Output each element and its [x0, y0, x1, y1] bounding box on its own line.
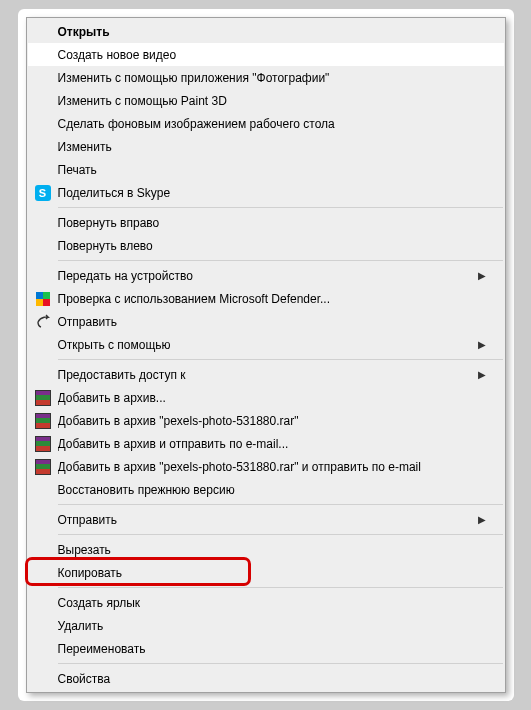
menu-item[interactable]: Повернуть вправо	[28, 211, 504, 234]
menu-item-label: Вырезать	[58, 543, 486, 557]
menu-item-label: Переименовать	[58, 642, 486, 656]
menu-separator	[58, 587, 503, 588]
menu-item-label: Отправить	[58, 315, 486, 329]
icon-slot-empty	[28, 43, 58, 66]
defender-shield-icon	[28, 287, 58, 310]
skype-icon: S	[28, 181, 58, 204]
icon-slot-empty	[28, 508, 58, 531]
menu-item-label: Проверка с использованием Microsoft Defe…	[58, 292, 486, 306]
menu-item-label: Предоставить доступ к	[58, 368, 478, 382]
chevron-right-icon: ▶	[478, 369, 486, 380]
menu-separator	[58, 207, 503, 208]
menu-separator	[58, 504, 503, 505]
icon-slot-empty	[28, 135, 58, 158]
menu-item-label: Свойства	[58, 672, 486, 686]
menu-item[interactable]: Вырезать	[28, 538, 504, 561]
menu-item-label: Добавить в архив...	[58, 391, 486, 405]
svg-rect-1	[43, 292, 50, 299]
menu-item-label: Копировать	[58, 566, 486, 580]
menu-item[interactable]: Свойства	[28, 667, 504, 690]
icon-slot-empty	[28, 211, 58, 234]
menu-item-label: Поделиться в Skype	[58, 186, 486, 200]
menu-item[interactable]: Отправить	[28, 310, 504, 333]
menu-item[interactable]: Восстановить прежнюю версию	[28, 478, 504, 501]
menu-item-label: Изменить с помощью приложения "Фотографи…	[58, 71, 486, 85]
icon-slot-empty	[28, 614, 58, 637]
winrar-icon	[28, 432, 58, 455]
menu-item[interactable]: Открыть	[28, 20, 504, 43]
chevron-right-icon: ▶	[478, 270, 486, 281]
icon-slot-empty	[28, 20, 58, 43]
icon-slot-empty	[28, 112, 58, 135]
svg-rect-0	[36, 292, 43, 299]
menu-item[interactable]: Изменить с помощью приложения "Фотографи…	[28, 66, 504, 89]
menu-item[interactable]: Создать ярлык	[28, 591, 504, 614]
menu-item[interactable]: Изменить	[28, 135, 504, 158]
icon-slot-empty	[28, 66, 58, 89]
menu-item-label: Печать	[58, 163, 486, 177]
icon-slot-empty	[28, 637, 58, 660]
context-menu: ОткрытьСоздать новое видеоИзменить с пом…	[26, 17, 506, 693]
icon-slot-empty	[28, 667, 58, 690]
icon-slot-empty	[28, 158, 58, 181]
menu-item[interactable]: Открыть с помощью▶	[28, 333, 504, 356]
menu-item-label: Создать новое видео	[58, 48, 486, 62]
menu-separator	[58, 663, 503, 664]
menu-item[interactable]: Добавить в архив "pexels-photo-531880.ra…	[28, 409, 504, 432]
menu-item-label: Повернуть влево	[58, 239, 486, 253]
menu-item-label: Передать на устройство	[58, 269, 478, 283]
menu-item[interactable]: Переименовать	[28, 637, 504, 660]
menu-item[interactable]: Передать на устройство▶	[28, 264, 504, 287]
menu-item[interactable]: Добавить в архив...	[28, 386, 504, 409]
menu-item[interactable]: Удалить	[28, 614, 504, 637]
icon-slot-empty	[28, 363, 58, 386]
menu-item[interactable]: Создать новое видео	[28, 43, 504, 66]
menu-item-label: Открыть	[58, 25, 486, 39]
icon-slot-empty	[28, 538, 58, 561]
menu-separator	[58, 260, 503, 261]
icon-slot-empty	[28, 264, 58, 287]
menu-separator	[58, 534, 503, 535]
menu-item-label: Повернуть вправо	[58, 216, 486, 230]
menu-item-label: Восстановить прежнюю версию	[58, 483, 486, 497]
icon-slot-empty	[28, 234, 58, 257]
menu-item[interactable]: Проверка с использованием Microsoft Defe…	[28, 287, 504, 310]
menu-item-label: Открыть с помощью	[58, 338, 478, 352]
menu-item[interactable]: Отправить▶	[28, 508, 504, 531]
menu-item[interactable]: SПоделиться в Skype	[28, 181, 504, 204]
menu-item-label: Удалить	[58, 619, 486, 633]
menu-item-label: Сделать фоновым изображением рабочего ст…	[58, 117, 486, 131]
menu-item[interactable]: Повернуть влево	[28, 234, 504, 257]
share-icon	[28, 310, 58, 333]
menu-item[interactable]: Копировать	[28, 561, 504, 584]
menu-item-label: Создать ярлык	[58, 596, 486, 610]
chevron-right-icon: ▶	[478, 339, 486, 350]
icon-slot-empty	[28, 591, 58, 614]
icon-slot-empty	[28, 478, 58, 501]
svg-rect-3	[43, 299, 50, 306]
menu-item[interactable]: Изменить с помощью Paint 3D	[28, 89, 504, 112]
menu-item[interactable]: Добавить в архив "pexels-photo-531880.ra…	[28, 455, 504, 478]
winrar-icon	[28, 386, 58, 409]
winrar-icon	[28, 409, 58, 432]
menu-item-label: Изменить	[58, 140, 486, 154]
menu-item[interactable]: Печать	[28, 158, 504, 181]
menu-separator	[58, 359, 503, 360]
chevron-right-icon: ▶	[478, 514, 486, 525]
icon-slot-empty	[28, 333, 58, 356]
menu-item-label: Изменить с помощью Paint 3D	[58, 94, 486, 108]
menu-item-label: Добавить в архив и отправить по e-mail..…	[58, 437, 486, 451]
menu-item[interactable]: Сделать фоновым изображением рабочего ст…	[28, 112, 504, 135]
menu-item[interactable]: Добавить в архив и отправить по e-mail..…	[28, 432, 504, 455]
icon-slot-empty	[28, 89, 58, 112]
winrar-icon	[28, 455, 58, 478]
svg-rect-2	[36, 299, 43, 306]
menu-item[interactable]: Предоставить доступ к▶	[28, 363, 504, 386]
menu-item-label: Добавить в архив "pexels-photo-531880.ra…	[58, 414, 486, 428]
menu-item-label: Добавить в архив "pexels-photo-531880.ra…	[58, 460, 486, 474]
menu-item-label: Отправить	[58, 513, 478, 527]
icon-slot-empty	[28, 561, 58, 584]
